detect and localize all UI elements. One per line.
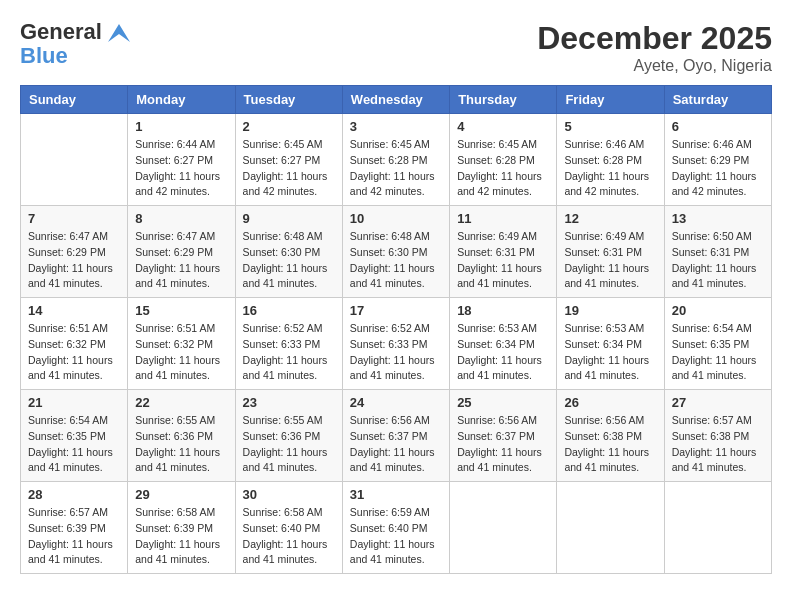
- day-number: 24: [350, 395, 442, 410]
- calendar-cell: 13Sunrise: 6:50 AMSunset: 6:31 PMDayligh…: [664, 206, 771, 298]
- day-number: 15: [135, 303, 227, 318]
- day-number: 6: [672, 119, 764, 134]
- weekday-header: Wednesday: [342, 86, 449, 114]
- calendar-cell: 12Sunrise: 6:49 AMSunset: 6:31 PMDayligh…: [557, 206, 664, 298]
- day-info: Sunrise: 6:46 AMSunset: 6:28 PMDaylight:…: [564, 137, 656, 200]
- calendar-cell: 14Sunrise: 6:51 AMSunset: 6:32 PMDayligh…: [21, 298, 128, 390]
- day-info: Sunrise: 6:53 AMSunset: 6:34 PMDaylight:…: [457, 321, 549, 384]
- day-number: 14: [28, 303, 120, 318]
- logo-bird-icon: [108, 24, 130, 42]
- calendar-week-row: 7Sunrise: 6:47 AMSunset: 6:29 PMDaylight…: [21, 206, 772, 298]
- calendar-week-row: 28Sunrise: 6:57 AMSunset: 6:39 PMDayligh…: [21, 482, 772, 574]
- day-number: 7: [28, 211, 120, 226]
- day-info: Sunrise: 6:54 AMSunset: 6:35 PMDaylight:…: [28, 413, 120, 476]
- day-info: Sunrise: 6:48 AMSunset: 6:30 PMDaylight:…: [243, 229, 335, 292]
- day-number: 3: [350, 119, 442, 134]
- calendar-cell: 31Sunrise: 6:59 AMSunset: 6:40 PMDayligh…: [342, 482, 449, 574]
- day-number: 16: [243, 303, 335, 318]
- weekday-header: Tuesday: [235, 86, 342, 114]
- day-info: Sunrise: 6:52 AMSunset: 6:33 PMDaylight:…: [243, 321, 335, 384]
- calendar-cell: 23Sunrise: 6:55 AMSunset: 6:36 PMDayligh…: [235, 390, 342, 482]
- day-info: Sunrise: 6:49 AMSunset: 6:31 PMDaylight:…: [457, 229, 549, 292]
- day-info: Sunrise: 6:56 AMSunset: 6:37 PMDaylight:…: [457, 413, 549, 476]
- calendar-cell: 22Sunrise: 6:55 AMSunset: 6:36 PMDayligh…: [128, 390, 235, 482]
- calendar-week-row: 1Sunrise: 6:44 AMSunset: 6:27 PMDaylight…: [21, 114, 772, 206]
- day-info: Sunrise: 6:56 AMSunset: 6:37 PMDaylight:…: [350, 413, 442, 476]
- calendar-cell: 29Sunrise: 6:58 AMSunset: 6:39 PMDayligh…: [128, 482, 235, 574]
- day-number: 27: [672, 395, 764, 410]
- day-number: 18: [457, 303, 549, 318]
- calendar-cell: 8Sunrise: 6:47 AMSunset: 6:29 PMDaylight…: [128, 206, 235, 298]
- day-info: Sunrise: 6:56 AMSunset: 6:38 PMDaylight:…: [564, 413, 656, 476]
- calendar-cell: 18Sunrise: 6:53 AMSunset: 6:34 PMDayligh…: [450, 298, 557, 390]
- day-info: Sunrise: 6:57 AMSunset: 6:38 PMDaylight:…: [672, 413, 764, 476]
- day-info: Sunrise: 6:47 AMSunset: 6:29 PMDaylight:…: [135, 229, 227, 292]
- calendar-table: SundayMondayTuesdayWednesdayThursdayFrid…: [20, 85, 772, 574]
- weekday-header: Friday: [557, 86, 664, 114]
- weekday-header: Monday: [128, 86, 235, 114]
- day-info: Sunrise: 6:45 AMSunset: 6:28 PMDaylight:…: [457, 137, 549, 200]
- day-number: 26: [564, 395, 656, 410]
- day-number: 30: [243, 487, 335, 502]
- calendar-cell: 27Sunrise: 6:57 AMSunset: 6:38 PMDayligh…: [664, 390, 771, 482]
- calendar-cell: 25Sunrise: 6:56 AMSunset: 6:37 PMDayligh…: [450, 390, 557, 482]
- calendar-cell: 19Sunrise: 6:53 AMSunset: 6:34 PMDayligh…: [557, 298, 664, 390]
- calendar-cell: 30Sunrise: 6:58 AMSunset: 6:40 PMDayligh…: [235, 482, 342, 574]
- day-info: Sunrise: 6:58 AMSunset: 6:39 PMDaylight:…: [135, 505, 227, 568]
- calendar-cell: [664, 482, 771, 574]
- calendar-cell: 6Sunrise: 6:46 AMSunset: 6:29 PMDaylight…: [664, 114, 771, 206]
- day-number: 29: [135, 487, 227, 502]
- day-info: Sunrise: 6:48 AMSunset: 6:30 PMDaylight:…: [350, 229, 442, 292]
- calendar-cell: 9Sunrise: 6:48 AMSunset: 6:30 PMDaylight…: [235, 206, 342, 298]
- month-title: December 2025: [537, 20, 772, 57]
- day-info: Sunrise: 6:53 AMSunset: 6:34 PMDaylight:…: [564, 321, 656, 384]
- day-number: 25: [457, 395, 549, 410]
- logo-general: General: [20, 20, 130, 44]
- day-info: Sunrise: 6:45 AMSunset: 6:28 PMDaylight:…: [350, 137, 442, 200]
- day-info: Sunrise: 6:55 AMSunset: 6:36 PMDaylight:…: [243, 413, 335, 476]
- logo-blue: Blue: [20, 44, 130, 68]
- day-number: 31: [350, 487, 442, 502]
- svg-marker-0: [108, 24, 130, 42]
- page-header: General Blue December 2025 Ayete, Oyo, N…: [20, 20, 772, 75]
- day-number: 13: [672, 211, 764, 226]
- calendar-cell: 3Sunrise: 6:45 AMSunset: 6:28 PMDaylight…: [342, 114, 449, 206]
- day-number: 8: [135, 211, 227, 226]
- day-number: 20: [672, 303, 764, 318]
- day-number: 23: [243, 395, 335, 410]
- day-info: Sunrise: 6:58 AMSunset: 6:40 PMDaylight:…: [243, 505, 335, 568]
- calendar-cell: 16Sunrise: 6:52 AMSunset: 6:33 PMDayligh…: [235, 298, 342, 390]
- calendar-cell: 24Sunrise: 6:56 AMSunset: 6:37 PMDayligh…: [342, 390, 449, 482]
- weekday-header: Sunday: [21, 86, 128, 114]
- day-info: Sunrise: 6:45 AMSunset: 6:27 PMDaylight:…: [243, 137, 335, 200]
- calendar-week-row: 21Sunrise: 6:54 AMSunset: 6:35 PMDayligh…: [21, 390, 772, 482]
- weekday-header: Saturday: [664, 86, 771, 114]
- calendar-cell: 5Sunrise: 6:46 AMSunset: 6:28 PMDaylight…: [557, 114, 664, 206]
- day-number: 2: [243, 119, 335, 134]
- day-info: Sunrise: 6:50 AMSunset: 6:31 PMDaylight:…: [672, 229, 764, 292]
- day-info: Sunrise: 6:51 AMSunset: 6:32 PMDaylight:…: [135, 321, 227, 384]
- day-number: 10: [350, 211, 442, 226]
- calendar-cell: 10Sunrise: 6:48 AMSunset: 6:30 PMDayligh…: [342, 206, 449, 298]
- day-info: Sunrise: 6:46 AMSunset: 6:29 PMDaylight:…: [672, 137, 764, 200]
- calendar-cell: [557, 482, 664, 574]
- calendar-cell: 7Sunrise: 6:47 AMSunset: 6:29 PMDaylight…: [21, 206, 128, 298]
- day-number: 17: [350, 303, 442, 318]
- calendar-cell: [450, 482, 557, 574]
- weekday-header: Thursday: [450, 86, 557, 114]
- calendar-header-row: SundayMondayTuesdayWednesdayThursdayFrid…: [21, 86, 772, 114]
- calendar-cell: 20Sunrise: 6:54 AMSunset: 6:35 PMDayligh…: [664, 298, 771, 390]
- day-info: Sunrise: 6:55 AMSunset: 6:36 PMDaylight:…: [135, 413, 227, 476]
- location-title: Ayete, Oyo, Nigeria: [537, 57, 772, 75]
- day-info: Sunrise: 6:47 AMSunset: 6:29 PMDaylight:…: [28, 229, 120, 292]
- calendar-week-row: 14Sunrise: 6:51 AMSunset: 6:32 PMDayligh…: [21, 298, 772, 390]
- day-number: 11: [457, 211, 549, 226]
- day-info: Sunrise: 6:51 AMSunset: 6:32 PMDaylight:…: [28, 321, 120, 384]
- day-info: Sunrise: 6:59 AMSunset: 6:40 PMDaylight:…: [350, 505, 442, 568]
- day-info: Sunrise: 6:52 AMSunset: 6:33 PMDaylight:…: [350, 321, 442, 384]
- day-number: 22: [135, 395, 227, 410]
- day-number: 9: [243, 211, 335, 226]
- logo: General Blue: [20, 20, 130, 68]
- calendar-cell: 2Sunrise: 6:45 AMSunset: 6:27 PMDaylight…: [235, 114, 342, 206]
- day-number: 5: [564, 119, 656, 134]
